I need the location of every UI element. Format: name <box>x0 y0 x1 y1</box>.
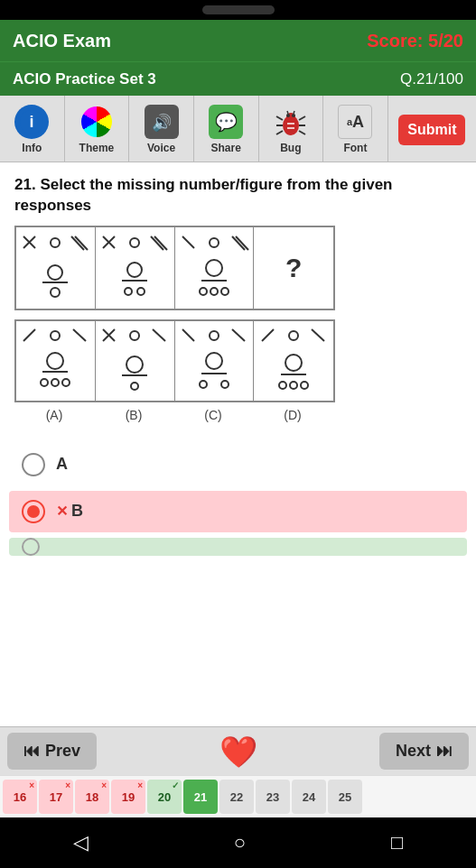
home-button[interactable]: ○ <box>216 822 264 863</box>
qnum-item-19[interactable]: 19× <box>111 780 145 814</box>
qnum-item-17[interactable]: 17× <box>39 780 73 814</box>
svg-line-8 <box>276 116 283 120</box>
svg-line-17 <box>294 111 294 114</box>
svg-point-71 <box>285 355 302 371</box>
svg-point-14 <box>286 114 290 117</box>
svg-point-58 <box>126 356 143 373</box>
info-icon: i <box>14 105 49 139</box>
svg-point-73 <box>279 382 286 389</box>
qnum-item-20[interactable]: 20✓ <box>147 780 182 814</box>
share-icon: 💬 <box>209 105 243 139</box>
toolbar-submit-all[interactable]: Submit <box>388 96 476 162</box>
toolbar-bug[interactable]: Bug <box>259 96 324 162</box>
svg-point-51 <box>41 379 48 386</box>
svg-line-61 <box>182 329 194 341</box>
status-bar <box>0 0 476 20</box>
notch <box>202 5 275 14</box>
svg-point-56 <box>130 331 139 340</box>
svg-point-27 <box>51 288 60 297</box>
figure-row-1: ? <box>16 227 333 309</box>
answer-cell-A <box>16 321 96 401</box>
option-C-row[interactable] <box>9 538 467 556</box>
practice-title: ACIO Practice Set 3 <box>13 70 156 88</box>
svg-point-52 <box>51 379 59 386</box>
figure-cell-1-4: ? <box>254 227 333 309</box>
svg-point-49 <box>47 353 63 369</box>
wrong-x-icon: ✕ <box>56 503 68 520</box>
svg-point-44 <box>210 288 218 295</box>
radio-B-dot <box>27 505 40 518</box>
qnum-item-23[interactable]: 23 <box>256 780 290 814</box>
svg-text:💬: 💬 <box>215 111 238 133</box>
question-text: 21. Select the missing number/figure fro… <box>14 175 462 217</box>
svg-point-66 <box>200 381 207 388</box>
svg-point-53 <box>62 379 70 386</box>
svg-point-75 <box>301 382 308 389</box>
radio-B <box>22 500 45 523</box>
color-wheel <box>81 106 112 137</box>
options-area: A ✕ B <box>0 444 476 561</box>
answer-label-B: (B) <box>94 406 173 424</box>
font-icon: aA <box>338 105 372 139</box>
voice-icon: 🔊 <box>145 105 179 139</box>
prev-start-icon: ⏮ <box>23 742 40 761</box>
svg-point-33 <box>127 263 142 277</box>
qnum-item-24[interactable]: 24 <box>292 780 326 814</box>
next-label: Next <box>396 742 431 761</box>
figure-cell-1-2 <box>96 227 175 309</box>
answer-label-A: (A) <box>14 406 94 424</box>
toolbar-share[interactable]: 💬 Share <box>194 96 259 162</box>
svg-line-68 <box>262 329 274 341</box>
svg-point-35 <box>125 288 132 295</box>
qnum-item-16[interactable]: 16× <box>3 780 37 814</box>
svg-point-60 <box>131 383 138 390</box>
prev-label: Prev <box>45 742 80 761</box>
figure-cell-1-3 <box>175 227 255 309</box>
prev-button[interactable]: ⏮ Prev <box>7 733 97 770</box>
qnum-item-21[interactable]: 21 <box>183 780 218 814</box>
question-num: Q.21/100 <box>400 70 463 88</box>
svg-text:i: i <box>30 113 34 131</box>
svg-point-47 <box>51 331 60 340</box>
toolbar-font[interactable]: aA Font <box>323 96 388 162</box>
svg-line-57 <box>153 329 165 341</box>
svg-point-22 <box>51 238 60 247</box>
answer-options-grid <box>14 319 335 402</box>
svg-point-43 <box>200 288 207 295</box>
svg-line-37 <box>182 236 194 248</box>
qnum-item-18[interactable]: 18× <box>75 780 109 814</box>
svg-point-45 <box>221 288 229 295</box>
toolbar-theme[interactable]: Theme <box>65 96 130 162</box>
radio-A <box>22 453 45 476</box>
qnum-item-25[interactable]: 25 <box>328 780 362 814</box>
next-button[interactable]: Next ⏭ <box>379 733 469 770</box>
square-button[interactable]: □ <box>373 822 421 863</box>
svg-line-48 <box>73 329 86 341</box>
svg-line-70 <box>312 329 324 341</box>
option-B-label: B <box>71 502 83 521</box>
answer-label-C: (C) <box>173 406 253 424</box>
info-label: Info <box>22 142 42 154</box>
option-B-row[interactable]: ✕ B <box>9 491 467 532</box>
answer-cell-C <box>175 321 255 401</box>
figure-cell-1-1 <box>16 227 96 309</box>
option-A-row[interactable]: A <box>9 444 467 485</box>
svg-point-64 <box>206 353 222 369</box>
svg-point-25 <box>48 265 62 280</box>
toolbar-voice[interactable]: 🔊 Voice <box>129 96 194 162</box>
option-A-label: A <box>56 455 68 474</box>
submit-all-button[interactable]: Submit <box>398 115 465 145</box>
svg-point-15 <box>292 114 295 117</box>
question-number-strip: 16×17×18×19×20✓2122232425 <box>0 775 476 817</box>
svg-line-10 <box>276 131 283 134</box>
heart-button[interactable]: ❤️ <box>219 734 257 770</box>
share-label: Share <box>211 142 241 154</box>
back-button[interactable]: ◁ <box>55 822 107 863</box>
bottom-bar: ◁ ○ □ <box>0 817 476 868</box>
bottom-nav: ⏮ Prev ❤️ Next ⏭ <box>0 726 476 775</box>
qnum-item-22[interactable]: 22 <box>219 780 254 814</box>
score-label: Score: 5/20 <box>367 31 463 51</box>
toolbar-info[interactable]: i Info <box>0 96 65 162</box>
radio-C <box>22 538 40 556</box>
svg-line-46 <box>23 329 35 341</box>
